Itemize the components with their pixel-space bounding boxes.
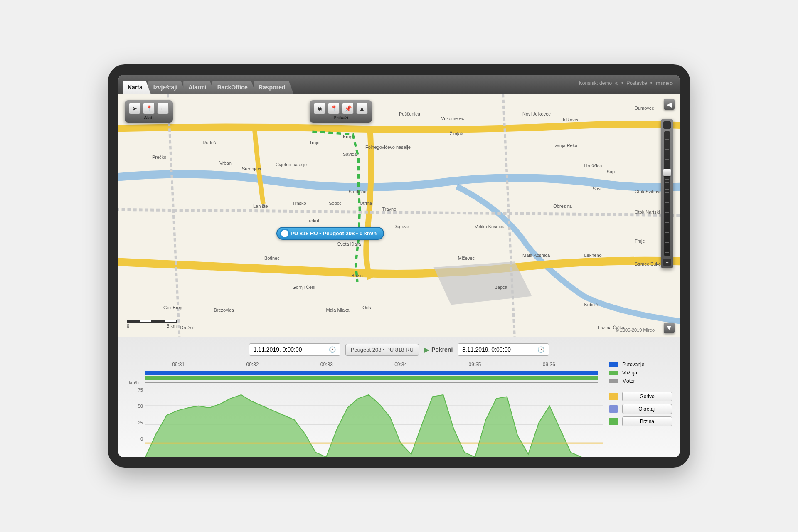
user-label: Korisnik: demo bbox=[579, 80, 612, 86]
logout-icon[interactable]: ⎋ bbox=[615, 80, 618, 86]
city-label: Brezovica bbox=[214, 308, 234, 313]
city-label: Buzin bbox=[351, 273, 363, 278]
city-label: Dugave bbox=[394, 224, 409, 229]
city-label: Trnsko bbox=[293, 201, 306, 206]
city-label: Jelkovec bbox=[562, 117, 580, 122]
chart-legend: PutovanjeVožnjaMotor GorivoOkretajiBrzin… bbox=[603, 362, 673, 451]
zoom-slider[interactable] bbox=[664, 131, 670, 256]
rect-icon[interactable]: ▭ bbox=[157, 103, 169, 114]
city-label: Sveta Klara bbox=[337, 241, 361, 246]
legend-item: Vožnja bbox=[609, 370, 673, 376]
vehicle-badge[interactable]: PU 818 RU • Peugeot 208 • 0 km/h bbox=[276, 227, 384, 240]
tools-toolbar: ➤ 📍 ▭ Alati bbox=[125, 100, 173, 123]
zoom-in-button[interactable]: + bbox=[663, 121, 671, 129]
city-label: Botinec bbox=[264, 256, 280, 261]
collapse-down-icon[interactable]: ▼ bbox=[664, 323, 675, 333]
svg-marker-6 bbox=[145, 395, 603, 457]
city-label: Srednjaci bbox=[242, 166, 261, 171]
map[interactable]: ZagrebPrečkoRudešVrbaniSrednjaciCvjetno … bbox=[118, 94, 680, 337]
road-icon[interactable]: ▲ bbox=[356, 103, 368, 114]
city-label: Vukomerec bbox=[441, 116, 464, 121]
city-label: Hrušćica bbox=[584, 163, 602, 168]
collapse-right-icon[interactable]: ◀ bbox=[664, 99, 675, 110]
city-label: Mala Kosnica bbox=[522, 253, 550, 258]
tools-label: Alati bbox=[129, 115, 169, 120]
tab-raspored[interactable]: Raspored bbox=[254, 81, 294, 94]
zoom-control: + − bbox=[661, 119, 673, 268]
speed-chart[interactable]: km/h 7550250 bbox=[129, 387, 603, 441]
clock-icon: 🕐 bbox=[537, 346, 544, 353]
play-button[interactable]: ▶ Pokreni bbox=[424, 346, 453, 354]
city-label: Mičevec bbox=[458, 256, 475, 261]
tab-izvjestaji[interactable]: Izvještaji bbox=[148, 81, 186, 94]
clock-icon: 🕐 bbox=[329, 346, 336, 353]
city-label: Novi Jelkovec bbox=[522, 111, 551, 116]
play-icon: ▶ bbox=[424, 346, 429, 354]
status-bars bbox=[145, 371, 598, 383]
pin-icon[interactable]: 📍 bbox=[143, 103, 155, 114]
legend-button[interactable]: Okretaji bbox=[622, 404, 672, 414]
city-label: Obrezina bbox=[553, 204, 572, 209]
scale-bar: 0 3 km bbox=[127, 320, 177, 328]
city-label: Središće bbox=[349, 189, 367, 194]
pointer-icon[interactable]: ➤ bbox=[129, 103, 140, 114]
city-label: Mala Mlaka bbox=[326, 308, 350, 313]
tab-backoffice[interactable]: BackOffice bbox=[212, 81, 256, 94]
city-label: Utrina bbox=[360, 201, 372, 206]
city-label: Ivanja Reka bbox=[553, 143, 577, 148]
city-label: Sop bbox=[607, 169, 615, 174]
time-axis: 09:3109:3209:3309:3409:3509:36 bbox=[125, 362, 603, 367]
marker-icon[interactable]: 📍 bbox=[328, 103, 340, 114]
tab-alarmi[interactable]: Alarmi bbox=[183, 81, 215, 94]
y-axis: 7550250 bbox=[129, 387, 145, 441]
legend-swatch bbox=[609, 418, 618, 425]
city-label: Rudeš bbox=[203, 140, 216, 145]
city-label: Trnje bbox=[635, 239, 645, 244]
city-label: Savica bbox=[343, 152, 357, 157]
city-label: Sasi bbox=[593, 186, 601, 191]
y-axis-label: km/h bbox=[129, 380, 139, 385]
city-label: Trnje bbox=[309, 140, 320, 145]
show-label: Prikaži bbox=[314, 115, 368, 120]
city-label: Žitnjak bbox=[450, 131, 463, 136]
brand-logo: mireo bbox=[655, 80, 673, 86]
tabs: Karta Izvještaji Alarmi BackOffice Raspo… bbox=[123, 81, 293, 94]
city-label: Sopot bbox=[329, 201, 341, 206]
date-from-input[interactable]: 1.11.2019. 0:00:00 🕐 bbox=[249, 343, 340, 356]
compass-icon[interactable]: ◉ bbox=[314, 103, 325, 114]
city-label: Goli Breg bbox=[163, 305, 182, 310]
city-label: Travno bbox=[382, 207, 397, 212]
city-label: Lanište bbox=[253, 204, 268, 209]
legend-swatch bbox=[609, 405, 618, 413]
zoom-out-button[interactable]: − bbox=[663, 259, 671, 266]
tab-karta[interactable]: Karta bbox=[123, 81, 151, 94]
city-label: Lekneno bbox=[584, 253, 602, 258]
city-label: Folnegovićevo naselje bbox=[365, 145, 411, 150]
legend-swatch bbox=[609, 393, 618, 400]
settings-link[interactable]: Postavke bbox=[626, 80, 647, 86]
show-toolbar: ◉ 📍 📌 ▲ Prikaži bbox=[310, 100, 372, 123]
topbar: Karta Izvještaji Alarmi BackOffice Raspo… bbox=[118, 75, 680, 94]
bottom-panel: 1.11.2019. 0:00:00 🕐 Peugeot 208 • PU 81… bbox=[118, 337, 680, 457]
city-label: Gornji Čehi bbox=[293, 285, 315, 290]
city-label: Kruge bbox=[343, 134, 355, 139]
legend-button[interactable]: Gorivo bbox=[622, 392, 672, 401]
city-label: Drežnik bbox=[180, 325, 196, 330]
city-label: Velika Kosnica bbox=[475, 224, 505, 229]
legend-button[interactable]: Brzina bbox=[622, 416, 672, 426]
city-label: Prečko bbox=[152, 155, 166, 160]
pushpin-icon[interactable]: 📌 bbox=[342, 103, 354, 114]
city-label: Vrbani bbox=[219, 160, 232, 165]
copyright: © 2005-2019 Mireo bbox=[616, 328, 655, 332]
legend-item: Motor bbox=[609, 378, 673, 384]
city-label: Odra bbox=[362, 305, 372, 310]
legend-item: Putovanje bbox=[609, 362, 673, 367]
city-label: Bapča bbox=[495, 285, 507, 290]
city-label: Dumovec bbox=[635, 106, 654, 111]
city-label: Peščenica bbox=[399, 111, 420, 116]
city-label: Kobilić bbox=[584, 302, 598, 307]
date-to-input[interactable]: 8.11.2019. 0:00:00 🕐 bbox=[458, 343, 549, 356]
city-label: Otok Svibovski bbox=[635, 189, 665, 194]
city-label: Otok Nartski bbox=[635, 209, 660, 214]
vehicle-select[interactable]: Peugeot 208 • PU 818 RU bbox=[345, 344, 419, 356]
